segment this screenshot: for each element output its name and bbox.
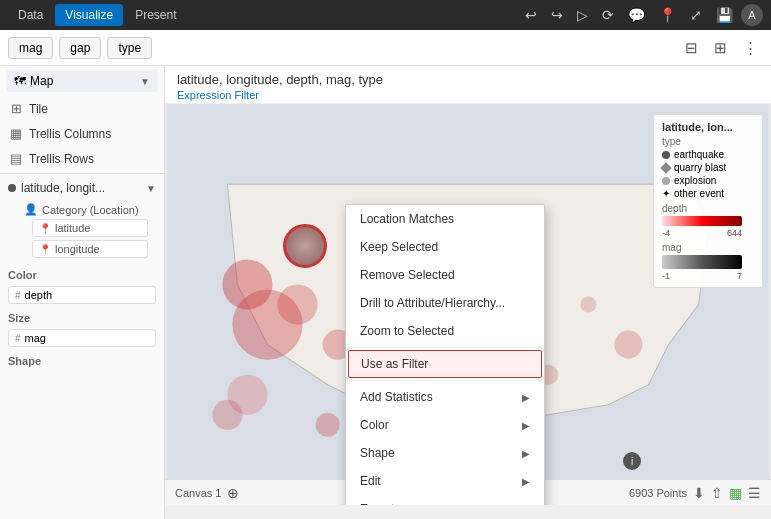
mag-label: mag [25, 332, 46, 344]
sidebar-item-latlong[interactable]: latitude, longit... ▼ [0, 176, 164, 200]
ctx-zoom-to-selected[interactable]: Zoom to Selected [346, 317, 544, 345]
mag-range-labels: -1 7 [662, 271, 742, 281]
depth-range-labels: -4 644 [662, 228, 742, 238]
ctx-export-arrow: ▶ [522, 504, 530, 506]
map-label: Map [30, 74, 53, 88]
ctx-edit-arrow: ▶ [522, 476, 530, 487]
legend-explosion: explosion [662, 175, 754, 186]
refresh-icon[interactable]: ⟳ [596, 3, 620, 27]
filter-icon[interactable]: ⊟ [680, 37, 703, 59]
ctx-edit[interactable]: Edit ▶ [346, 467, 544, 495]
legend-mag-label: mag [662, 242, 754, 253]
filter-chip-gap[interactable]: gap [59, 37, 101, 59]
quarry-blast-diamond [660, 162, 671, 173]
trellis-rows-icon: ▤ [8, 151, 24, 166]
ctx-color[interactable]: Color ▶ [346, 411, 544, 439]
map-icon: 🗺 [14, 74, 26, 88]
location-pin-icon: 📍 [39, 223, 51, 234]
explosion-dot [662, 177, 670, 185]
depth-label: depth [25, 289, 53, 301]
ctx-color-arrow: ▶ [522, 420, 530, 431]
svg-point-9 [580, 296, 596, 312]
location-icon[interactable]: 📍 [653, 3, 682, 27]
legend: latitude, lon... type earthquake quarry … [653, 114, 763, 288]
latlong-label: latitude, longit... [21, 181, 105, 195]
svg-point-10 [614, 331, 642, 359]
visualize-tab[interactable]: Visualize [55, 4, 123, 26]
longitude-label: longitude [55, 243, 100, 255]
sidebar-field-longitude[interactable]: 📍 longitude [32, 240, 148, 258]
mag-size-bar [662, 255, 742, 269]
context-menu: Location Matches Keep Selected Remove Se… [345, 204, 545, 505]
ctx-use-as-filter[interactable]: Use as Filter [348, 350, 542, 378]
legend-other-event: ✦ other event [662, 188, 754, 199]
ctx-shape[interactable]: Shape ▶ [346, 439, 544, 467]
topbar: Data Visualize Present ↩ ↪ ▷ ⟳ 💬 📍 ⤢ 💾 A [0, 0, 771, 30]
map-area[interactable]: Location Matches Keep Selected Remove Se… [165, 104, 771, 505]
data-tab[interactable]: Data [8, 4, 53, 26]
selected-data-point[interactable] [283, 224, 327, 268]
more-icon[interactable]: ⋮ [738, 37, 763, 59]
filterbar: mag gap type ⊟ ⊞ ⋮ [0, 30, 771, 66]
points-label: 6903 Points [629, 487, 687, 499]
sidebar: 🗺 Map ▼ ⊞ Tile ▦ Trellis Columns ▤ Trell… [0, 66, 165, 519]
legend-depth-label: depth [662, 203, 754, 214]
sidebar-map-dropdown[interactable]: 🗺 Map ▼ [6, 70, 158, 92]
ctx-add-statistics-arrow: ▶ [522, 392, 530, 403]
viz-filter-link[interactable]: Expression Filter [177, 89, 759, 101]
add-canvas-icon[interactable]: ⊕ [227, 485, 239, 501]
user-avatar[interactable]: A [741, 4, 763, 26]
sidebar-item-trellis-rows[interactable]: ▤ Trellis Rows [0, 146, 164, 171]
sidebar-item-trellis-columns[interactable]: ▦ Trellis Columns [0, 121, 164, 146]
list-view-icon[interactable]: ☰ [748, 485, 761, 501]
canvas-label: Canvas 1 [175, 487, 221, 499]
columns-icon[interactable]: ⊞ [709, 37, 732, 59]
trellis-columns-label: Trellis Columns [29, 127, 111, 141]
grid-view-icon[interactable]: ▦ [729, 485, 742, 501]
tile-label: Tile [29, 102, 48, 116]
filter-chip-mag[interactable]: mag [8, 37, 53, 59]
share-icon[interactable]: ⇧ [711, 485, 723, 501]
location-pin2-icon: 📍 [39, 244, 51, 255]
content-area: latitude, longitude, depth, mag, type Ex… [165, 66, 771, 519]
info-button[interactable]: i [623, 452, 641, 470]
viz-title: latitude, longitude, depth, mag, type [177, 72, 759, 87]
svg-point-3 [278, 284, 318, 324]
trellis-columns-icon: ▦ [8, 126, 24, 141]
ctx-shape-arrow: ▶ [522, 448, 530, 459]
download-icon[interactable]: ⬇ [693, 485, 705, 501]
svg-point-14 [316, 413, 340, 437]
hash-icon: # [15, 290, 21, 301]
sidebar-field-latitude[interactable]: 📍 latitude [32, 219, 148, 237]
latlong-arrow: ▼ [146, 183, 156, 194]
other-event-star: ✦ [662, 188, 670, 199]
svg-point-13 [212, 400, 242, 430]
comment-icon[interactable]: 💬 [622, 3, 651, 27]
present-tab[interactable]: Present [125, 4, 186, 26]
sidebar-field-depth[interactable]: # depth [8, 286, 156, 304]
latitude-label: latitude [55, 222, 90, 234]
viz-header: latitude, longitude, depth, mag, type Ex… [165, 66, 771, 104]
expand-icon[interactable]: ⤢ [684, 3, 708, 27]
sidebar-field-mag[interactable]: # mag [8, 329, 156, 347]
redo-icon[interactable]: ↪ [545, 3, 569, 27]
save-icon[interactable]: 💾 [710, 3, 739, 27]
legend-earthquake: earthquake [662, 149, 754, 160]
sidebar-category-section: 👤 Category (Location) 📍 latitude 📍 longi… [0, 200, 164, 264]
legend-depth-section: depth -4 644 [662, 203, 754, 238]
ctx-remove-selected[interactable]: Remove Selected [346, 261, 544, 289]
undo-icon[interactable]: ↩ [519, 3, 543, 27]
legend-quarry-blast: quarry blast [662, 162, 754, 173]
ctx-keep-selected[interactable]: Keep Selected [346, 233, 544, 261]
tile-icon: ⊞ [8, 101, 24, 116]
filter-chip-type[interactable]: type [107, 37, 152, 59]
play-icon[interactable]: ▷ [571, 3, 594, 27]
legend-mag-section: mag -1 7 [662, 242, 754, 281]
ctx-export[interactable]: Export ▶ [346, 495, 544, 505]
ctx-add-statistics[interactable]: Add Statistics ▶ [346, 383, 544, 411]
ctx-drill-to-attribute[interactable]: Drill to Attribute/Hierarchy... [346, 289, 544, 317]
sidebar-color-label: Color [0, 264, 164, 283]
latlong-dot [8, 184, 16, 192]
sidebar-item-tile[interactable]: ⊞ Tile [0, 96, 164, 121]
ctx-location-matches[interactable]: Location Matches [346, 205, 544, 233]
